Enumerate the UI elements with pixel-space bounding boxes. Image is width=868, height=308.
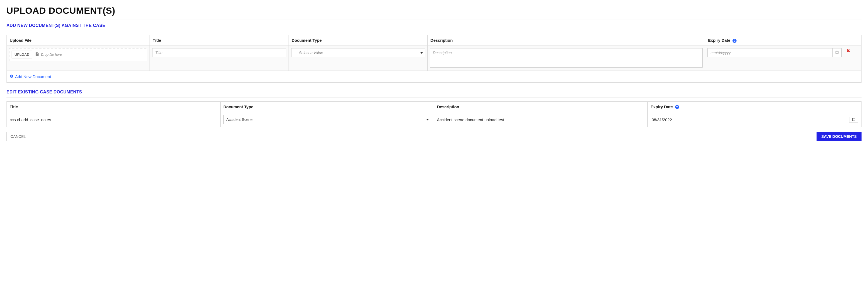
section-title-add: ADD NEW DOCUMENT(S) AGAINST THE CASE xyxy=(6,23,862,28)
existing-document-type-display[interactable]: Accident Scene xyxy=(223,115,431,124)
calendar-button[interactable] xyxy=(849,117,858,123)
cancel-button[interactable]: CANCEL xyxy=(6,132,30,141)
add-new-document-link[interactable]: Add New Document xyxy=(10,74,51,79)
header-expiry-date: Expiry Date ? xyxy=(705,35,844,46)
header-expiry-date: Expiry Date ? xyxy=(648,102,861,112)
remove-row-button[interactable]: ✖ xyxy=(846,48,850,53)
header-document-type: Document Type xyxy=(289,35,428,46)
existing-document-type-select[interactable]: Accident Scene xyxy=(223,115,431,124)
header-remove xyxy=(844,35,861,46)
existing-title-value[interactable]: ccs-cl-add_case_notes xyxy=(10,117,217,123)
header-title: Title xyxy=(7,102,220,112)
plus-circle-icon xyxy=(10,74,13,79)
calendar-icon xyxy=(835,50,839,55)
help-icon[interactable]: ? xyxy=(675,105,679,109)
add-documents-table: Upload File Title Document Type Descript… xyxy=(6,35,862,83)
document-type-select[interactable]: --- Select a Value --- xyxy=(291,48,425,57)
edit-documents-table: Title Document Type Description Expiry D… xyxy=(6,101,862,128)
divider xyxy=(6,19,862,20)
add-new-document-label: Add New Document xyxy=(15,74,51,79)
page-title: UPLOAD DOCUMENT(S) xyxy=(6,5,862,16)
section-title-edit: EDIT EXISTING CASE DOCUMENTS xyxy=(6,90,862,95)
table-row: ccs-cl-add_case_notes Accident Scene Acc… xyxy=(7,112,861,127)
help-icon[interactable]: ? xyxy=(733,39,737,43)
document-type-display[interactable]: --- Select a Value --- xyxy=(291,48,425,57)
calendar-button[interactable] xyxy=(832,48,842,57)
calendar-icon xyxy=(852,117,856,122)
drop-file-hint: Drop file here xyxy=(41,53,62,57)
existing-description-value[interactable]: Accident scene document upload test xyxy=(437,117,645,123)
upload-button[interactable]: UPLOAD xyxy=(11,50,32,59)
file-drop-icon xyxy=(35,52,39,57)
save-documents-button[interactable]: SAVE DOCUMENTS xyxy=(816,132,862,141)
title-input[interactable] xyxy=(152,48,286,57)
header-description: Description xyxy=(434,102,648,112)
header-description: Description xyxy=(428,35,705,46)
description-input[interactable] xyxy=(430,48,703,68)
header-expiry-date-label: Expiry Date xyxy=(708,38,730,42)
upload-dropzone[interactable]: UPLOAD Drop file here xyxy=(9,48,147,61)
divider xyxy=(6,97,862,98)
existing-expiry-value[interactable]: 08/31/2022 xyxy=(651,117,849,123)
header-upload-file: Upload File xyxy=(7,35,150,46)
header-expiry-date-label: Expiry Date xyxy=(651,104,673,109)
expiry-date-input[interactable] xyxy=(707,48,832,57)
divider xyxy=(6,31,862,31)
add-document-row: UPLOAD Drop file here --- Select a Value… xyxy=(7,46,861,71)
header-document-type: Document Type xyxy=(220,102,434,112)
header-title: Title xyxy=(150,35,288,46)
